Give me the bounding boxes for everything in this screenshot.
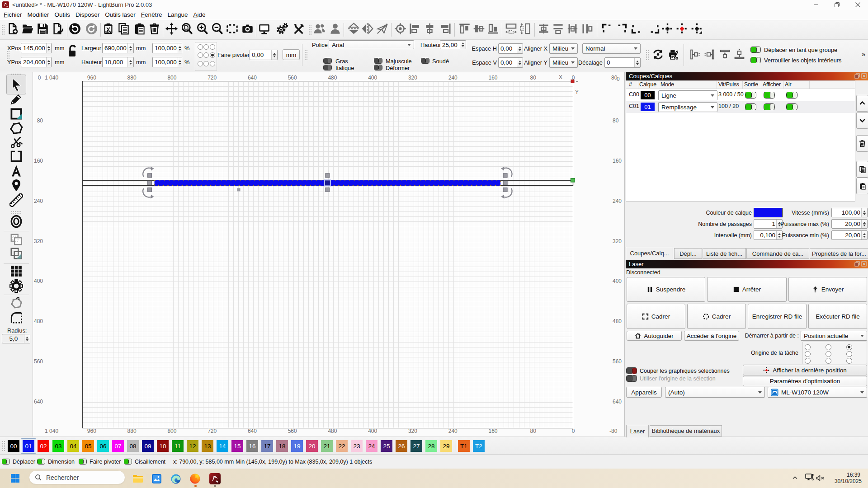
palette-swatch-08[interactable]: 08	[127, 440, 139, 452]
tool-select[interactable]	[9, 78, 23, 91]
stop-button[interactable]: Arrêter	[707, 277, 787, 302]
camera-button[interactable]	[240, 21, 255, 36]
run-rd-button[interactable]: Exécuter RD file	[808, 304, 867, 329]
palette-swatch-16[interactable]: 16	[246, 440, 258, 452]
anchor-radio-3[interactable]	[198, 52, 203, 58]
offset-field[interactable]: 0	[604, 57, 641, 68]
use-selection-origin-toggle[interactable]	[626, 375, 637, 382]
menu-langue[interactable]: Langue	[165, 10, 190, 19]
units-button[interactable]: mm	[283, 49, 300, 60]
redo-button[interactable]	[84, 21, 99, 36]
palette-swatch-27[interactable]: 27	[410, 440, 422, 452]
tab-commande-de-ca[interactable]: Commande de ca...	[746, 248, 809, 259]
same-width-button[interactable]	[503, 21, 519, 36]
new-file-button[interactable]	[5, 21, 20, 36]
palette-swatch-25[interactable]: 25	[381, 440, 392, 452]
palette-swatch-06[interactable]: 06	[97, 440, 109, 452]
distort-toggle[interactable]	[374, 65, 382, 70]
layer-mode-combo[interactable]: Remplissage	[658, 102, 717, 112]
menu-outils-laser[interactable]: Outils laser	[102, 10, 138, 19]
bold-toggle[interactable]	[323, 58, 332, 64]
open-file-button[interactable]	[20, 21, 35, 36]
align-left-button[interactable]	[407, 21, 422, 36]
tool-corner-radius[interactable]	[9, 311, 23, 324]
frame-circle-button[interactable]: Cadrer	[687, 304, 746, 329]
align-top-button[interactable]	[457, 21, 472, 36]
layer-afficher-toggle[interactable]	[764, 92, 775, 99]
status-toggle-cisaillement[interactable]	[124, 459, 132, 465]
layer-air-toggle[interactable]	[786, 103, 797, 110]
anchor-radio-2[interactable]	[210, 44, 215, 50]
tool-rectangle[interactable]	[9, 107, 23, 121]
uppercase-toggle[interactable]	[374, 58, 382, 64]
toolbar-grip[interactable]	[646, 50, 649, 61]
layer-sortie-toggle[interactable]	[745, 92, 756, 99]
height-field[interactable]: 10,000	[102, 57, 134, 67]
cut-selected-toggle[interactable]	[626, 367, 637, 374]
tool-draw-lines[interactable]	[9, 92, 23, 106]
send-plane-button[interactable]	[374, 21, 390, 36]
tool-circular-array[interactable]	[9, 279, 23, 293]
width-percent-field[interactable]: 100,000	[152, 43, 182, 53]
volume-muted-icon[interactable]	[816, 475, 824, 481]
palette-swatch-T2[interactable]: T2	[473, 440, 485, 452]
palette-swatch-24[interactable]: 24	[366, 440, 377, 452]
palette-swatch-22[interactable]: 22	[336, 440, 348, 452]
anchor-radio-8[interactable]	[210, 61, 215, 66]
file-explorer-icon[interactable]	[132, 474, 143, 483]
paste-button[interactable]	[132, 21, 147, 36]
tab-biblioth-que-de-mat-riaux[interactable]: Bibliothèque de matériaux	[650, 425, 722, 436]
palette-swatch-14[interactable]: 14	[217, 440, 228, 452]
same-height-button[interactable]	[517, 21, 533, 36]
send-button[interactable]: Envoyer	[788, 277, 867, 302]
menu-fenêtre[interactable]: Fenêtre	[138, 10, 165, 19]
anchor-radio-7[interactable]	[203, 61, 209, 66]
toolbar-grip[interactable]	[304, 50, 308, 61]
layer-paste-button[interactable]	[856, 178, 868, 194]
menu-disposer[interactable]: Disposer	[73, 10, 102, 19]
panel-float-icon[interactable]	[854, 73, 860, 79]
palette-swatch-02[interactable]: 02	[38, 440, 49, 452]
users-group-button[interactable]	[311, 21, 327, 36]
tray-time[interactable]: 16:39	[847, 472, 860, 478]
column-header-sortie[interactable]: Sortie	[744, 81, 758, 88]
menu-outils[interactable]: Outils	[52, 10, 73, 19]
edge-browser-icon[interactable]	[171, 474, 181, 484]
palette-swatch-05[interactable]: 05	[82, 440, 94, 452]
tool-position-laser[interactable]	[9, 178, 23, 192]
menu-modifier[interactable]: Modifier	[25, 10, 52, 19]
start-from-combo[interactable]: Position actuelle	[801, 331, 867, 341]
tab-laser[interactable]: Laser	[626, 425, 649, 437]
menu-fichier[interactable]: Fichier	[1, 10, 25, 19]
status-toggle-faire-pivoter[interactable]	[79, 459, 87, 465]
layer-row-C01[interactable]: C0101Remplissage100 / 20	[626, 101, 855, 113]
distribute-v-center-button[interactable]	[565, 21, 580, 36]
spinner-buttons[interactable]	[861, 231, 867, 239]
column-header-afficher[interactable]: Afficher	[763, 81, 781, 88]
text-style-combo[interactable]: Normal	[582, 43, 641, 54]
network-icon[interactable]	[805, 474, 814, 482]
optimization-settings-button[interactable]: Paramètres d'optimisation	[743, 376, 867, 386]
layer-copy-button[interactable]	[856, 161, 868, 178]
laser-panel-header[interactable]: Laser	[626, 260, 868, 268]
zoom-out-button[interactable]	[209, 21, 225, 36]
cut-button[interactable]	[100, 21, 116, 36]
device-combo[interactable]: ML-W1070 120W	[768, 387, 867, 398]
palette-swatch-03[interactable]: 03	[52, 440, 64, 452]
corner-top-right-button[interactable]	[614, 21, 629, 36]
palette-swatch-11[interactable]: 11	[172, 440, 184, 452]
job-origin-selector[interactable]	[802, 342, 867, 364]
tab-liste-de-fich[interactable]: Liste de fich...	[703, 248, 746, 259]
toolbar-grip[interactable]	[11, 211, 22, 214]
pad-right-button[interactable]	[703, 47, 716, 61]
panel-close-icon[interactable]	[861, 261, 867, 267]
palette-swatch-19[interactable]: 19	[291, 440, 303, 452]
refresh-text-button[interactable]	[651, 47, 665, 61]
job-origin-radio-1[interactable]	[826, 344, 831, 350]
device-tools-button[interactable]	[291, 21, 306, 36]
job-origin-radio-5[interactable]	[846, 351, 852, 357]
tab-d-pl[interactable]: Dépl...	[674, 248, 702, 259]
status-toggle-dimension[interactable]	[37, 459, 45, 465]
frame-button[interactable]: Cadrer	[627, 304, 685, 329]
width-field[interactable]: 690,000	[102, 43, 134, 53]
